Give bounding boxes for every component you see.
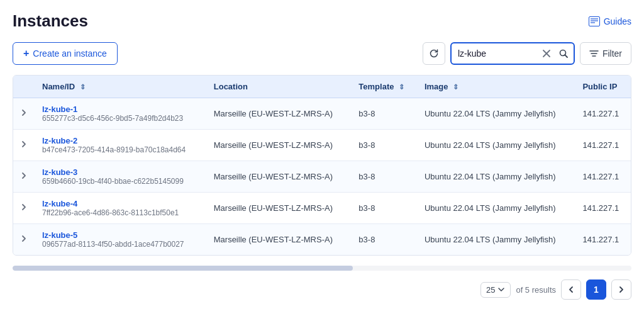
current-page-number: 1 xyxy=(594,285,599,295)
refresh-icon xyxy=(429,48,439,59)
prev-page-icon xyxy=(568,286,574,293)
public-ip-cell: 141.227.1 xyxy=(575,193,631,224)
location-cell: Marseille (EU-WEST-LZ-MRS-A) xyxy=(206,98,352,130)
scrollbar-thumb xyxy=(13,266,353,271)
template-cell: b3-8 xyxy=(351,98,417,130)
table-row: lz-kube-5 096577ad-8113-4f50-abdd-1ace47… xyxy=(13,224,631,256)
page-header: Instances Guides xyxy=(13,11,631,31)
table-header-row: Name/ID ⇕ Location Template ⇕ Image ⇕ Pu… xyxy=(13,76,631,98)
search-icon xyxy=(558,48,569,59)
filter-label: Filter xyxy=(602,48,622,59)
page-container: Instances Guides + Create an instance xyxy=(0,0,644,333)
template-cell: b3-8 xyxy=(351,193,417,224)
per-page-chevron-icon xyxy=(497,286,505,293)
search-input[interactable] xyxy=(452,48,540,59)
clear-icon xyxy=(542,49,551,58)
expand-button[interactable] xyxy=(21,235,27,244)
location-cell: Marseille (EU-WEST-LZ-MRS-A) xyxy=(206,224,352,256)
instances-table: Name/ID ⇕ Location Template ⇕ Image ⇕ Pu… xyxy=(13,76,631,255)
guides-label: Guides xyxy=(604,16,631,26)
name-cell: lz-kube-5 096577ad-8113-4f50-abdd-1ace47… xyxy=(35,224,206,256)
image-cell: Ubuntu 22.04 LTS (Jammy Jellyfish) xyxy=(417,130,575,161)
current-page-button[interactable]: 1 xyxy=(586,279,606,300)
chevron-right-icon xyxy=(21,109,27,116)
th-public-ip: Public IP xyxy=(575,76,631,98)
expand-button[interactable] xyxy=(21,172,27,181)
th-name[interactable]: Name/ID ⇕ xyxy=(35,76,206,98)
expand-cell xyxy=(13,130,35,161)
location-cell: Marseille (EU-WEST-LZ-MRS-A) xyxy=(206,161,352,193)
plus-icon: + xyxy=(23,48,29,59)
search-clear-button[interactable] xyxy=(540,49,553,58)
table-row: lz-kube-1 655277c3-d5c6-456c-9bd5-7a49fb… xyxy=(13,98,631,130)
expand-button[interactable] xyxy=(21,109,27,118)
instance-name[interactable]: lz-kube-4 xyxy=(42,199,199,208)
th-expand xyxy=(13,76,35,98)
page-title: Instances xyxy=(13,11,88,31)
results-text: of 5 results xyxy=(516,285,556,295)
search-submit-button[interactable] xyxy=(553,48,574,59)
name-cell: lz-kube-1 655277c3-d5c6-456c-9bd5-7a49fb… xyxy=(35,98,206,130)
instance-id: 096577ad-8113-4f50-abdd-1ace477b0027 xyxy=(42,240,199,249)
guides-link[interactable]: Guides xyxy=(589,16,631,26)
sort-template-icon: ⇕ xyxy=(399,83,404,91)
sort-image-icon: ⇕ xyxy=(453,83,458,91)
expand-cell xyxy=(13,193,35,224)
svg-line-7 xyxy=(565,55,567,57)
table-row: lz-kube-4 7ff22b96-ace6-4d86-863c-8113c1… xyxy=(13,193,631,224)
table-row: lz-kube-2 b47ce473-7205-414a-8919-ba70c1… xyxy=(13,130,631,161)
expand-cell xyxy=(13,98,35,130)
public-ip-cell: 141.227.1 xyxy=(575,130,631,161)
name-cell: lz-kube-4 7ff22b96-ace6-4d86-863c-8113c1… xyxy=(35,193,206,224)
th-location: Location xyxy=(206,76,352,98)
image-cell: Ubuntu 22.04 LTS (Jammy Jellyfish) xyxy=(417,161,575,193)
th-template[interactable]: Template ⇕ xyxy=(351,76,417,98)
filter-button[interactable]: Filter xyxy=(580,42,631,65)
instance-id: 659b4660-19cb-4f40-bbae-c622b5145099 xyxy=(42,177,199,186)
create-instance-label: Create an instance xyxy=(33,48,107,59)
name-cell: lz-kube-2 b47ce473-7205-414a-8919-ba70c1… xyxy=(35,130,206,161)
per-page-value: 25 xyxy=(486,285,495,295)
horizontal-scrollbar[interactable] xyxy=(13,266,631,271)
next-page-icon xyxy=(618,286,625,293)
instance-id: 7ff22b96-ace6-4d86-863c-8113c1bf50e1 xyxy=(42,208,199,217)
instance-name[interactable]: lz-kube-2 xyxy=(42,136,199,145)
guides-icon xyxy=(589,16,600,26)
chevron-right-icon xyxy=(21,140,27,148)
image-cell: Ubuntu 22.04 LTS (Jammy Jellyfish) xyxy=(417,98,575,130)
refresh-button[interactable] xyxy=(423,42,445,65)
th-image[interactable]: Image ⇕ xyxy=(417,76,575,98)
instance-id: 655277c3-d5c6-456c-9bd5-7a49fb2d4b23 xyxy=(42,114,199,123)
public-ip-cell: 141.227.1 xyxy=(575,224,631,256)
chevron-right-icon xyxy=(21,203,27,211)
pagination: 25 of 5 results 1 xyxy=(13,279,631,300)
template-cell: b3-8 xyxy=(351,161,417,193)
name-cell: lz-kube-3 659b4660-19cb-4f40-bbae-c622b5… xyxy=(35,161,206,193)
instance-id: b47ce473-7205-414a-8919-ba70c18a4d64 xyxy=(42,145,199,154)
instances-table-container: Name/ID ⇕ Location Template ⇕ Image ⇕ Pu… xyxy=(13,75,631,256)
filter-icon xyxy=(589,49,599,58)
instance-name[interactable]: lz-kube-3 xyxy=(42,167,199,177)
template-cell: b3-8 xyxy=(351,130,417,161)
search-wrapper xyxy=(450,42,575,65)
toolbar-right: Filter xyxy=(423,42,631,65)
location-cell: Marseille (EU-WEST-LZ-MRS-A) xyxy=(206,130,352,161)
prev-page-button[interactable] xyxy=(561,279,581,300)
image-cell: Ubuntu 22.04 LTS (Jammy Jellyfish) xyxy=(417,224,575,256)
instance-name[interactable]: lz-kube-5 xyxy=(42,230,199,240)
template-cell: b3-8 xyxy=(351,224,417,256)
per-page-select[interactable]: 25 xyxy=(480,282,511,298)
expand-cell xyxy=(13,224,35,256)
instance-name[interactable]: lz-kube-1 xyxy=(42,104,199,114)
location-cell: Marseille (EU-WEST-LZ-MRS-A) xyxy=(206,193,352,224)
sort-name-icon: ⇕ xyxy=(80,83,86,91)
expand-button[interactable] xyxy=(21,140,27,150)
expand-button[interactable] xyxy=(21,203,27,213)
next-page-button[interactable] xyxy=(611,279,631,300)
expand-cell xyxy=(13,161,35,193)
svg-rect-0 xyxy=(589,16,599,26)
toolbar: + Create an instance xyxy=(13,42,631,65)
public-ip-cell: 141.227.1 xyxy=(575,98,631,130)
create-instance-button[interactable]: + Create an instance xyxy=(13,42,118,65)
image-cell: Ubuntu 22.04 LTS (Jammy Jellyfish) xyxy=(417,193,575,224)
